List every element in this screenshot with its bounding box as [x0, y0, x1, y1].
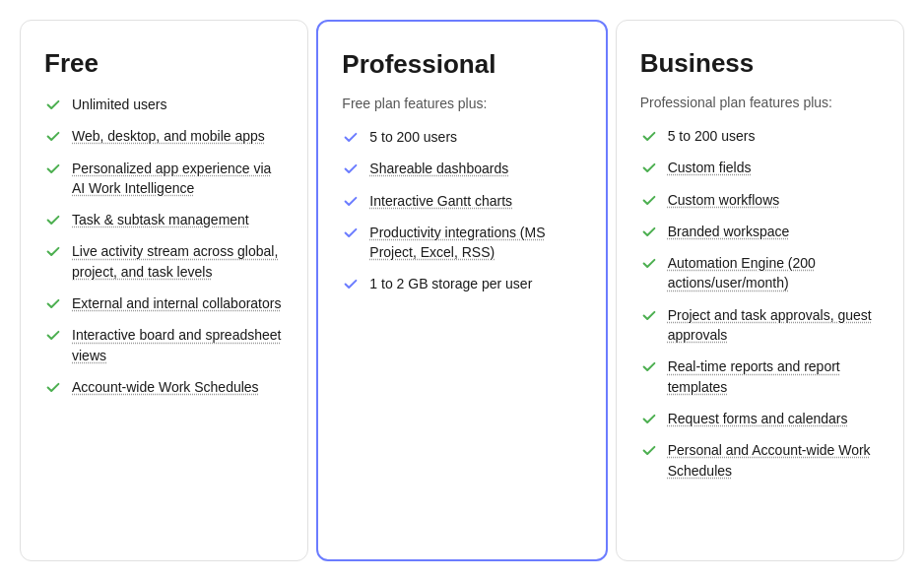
plan-title-business: Business — [640, 48, 880, 79]
feature-text: Personal and Account-wide Work Schedules — [668, 440, 880, 481]
list-item: Automation Engine (200 actions/user/mont… — [640, 253, 880, 293]
list-item: 1 to 2 GB storage per user — [342, 274, 581, 293]
plan-card-business: BusinessProfessional plan features plus:… — [616, 20, 904, 561]
feature-text: Interactive board and spreadsheet views — [72, 325, 284, 365]
feature-text: Account-wide Work Schedules — [72, 377, 259, 397]
list-item: Account-wide Work Schedules — [44, 377, 284, 397]
list-item: Web, desktop, and mobile apps — [44, 126, 284, 146]
list-item: 5 to 200 users — [342, 127, 581, 147]
list-item: Unlimited users — [44, 95, 284, 114]
feature-text: Custom workflows — [668, 190, 780, 210]
plan-card-free: Free Unlimited users Web, desktop, and m… — [20, 20, 308, 561]
check-icon — [640, 223, 658, 240]
feature-list-business: 5 to 200 users Custom fields Custom work… — [640, 126, 880, 481]
feature-text: Real-time reports and report templates — [668, 356, 880, 397]
list-item: Interactive board and spreadsheet views — [44, 325, 284, 365]
check-icon — [44, 242, 62, 260]
feature-text: Request forms and calendars — [668, 409, 848, 428]
list-item: Real-time reports and report templates — [640, 356, 880, 397]
check-icon — [44, 160, 62, 177]
feature-text: Shareable dashboards — [369, 159, 508, 178]
list-item: Project and task approvals, guest approv… — [640, 305, 880, 346]
list-item: Productivity integrations (MS Project, E… — [342, 223, 581, 263]
list-item: External and internal collaborators — [44, 293, 284, 313]
plan-subtitle-professional: Free plan features plus: — [342, 96, 581, 111]
feature-text: Personalized app experience via AI Work … — [72, 159, 284, 199]
check-icon — [640, 254, 658, 272]
plan-title-professional: Professional — [342, 49, 581, 80]
check-icon — [342, 275, 360, 292]
feature-text: Custom fields — [668, 158, 752, 177]
plan-title-free: Free — [44, 48, 284, 79]
list-item: Branded workspace — [640, 222, 880, 241]
feature-text: Live activity stream across global, proj… — [72, 241, 284, 282]
list-item: Personal and Account-wide Work Schedules — [640, 440, 880, 481]
check-icon — [342, 192, 360, 210]
feature-text: Web, desktop, and mobile apps — [72, 126, 265, 146]
list-item: 5 to 200 users — [640, 126, 880, 146]
list-item: Request forms and calendars — [640, 409, 880, 428]
check-icon — [342, 224, 360, 241]
feature-text: Productivity integrations (MS Project, E… — [369, 223, 581, 263]
list-item: Custom fields — [640, 158, 880, 177]
check-icon — [44, 127, 62, 145]
feature-text: External and internal collaborators — [72, 293, 281, 313]
check-icon — [640, 410, 658, 427]
check-icon — [44, 96, 62, 113]
plan-card-professional: ProfessionalFree plan features plus: 5 t… — [316, 20, 607, 561]
list-item: Shareable dashboards — [342, 159, 581, 178]
check-icon — [44, 326, 62, 344]
check-icon — [640, 159, 658, 176]
list-item: Interactive Gantt charts — [342, 191, 581, 211]
check-icon — [44, 294, 62, 312]
feature-text: Unlimited users — [72, 95, 166, 114]
check-icon — [44, 211, 62, 228]
check-icon — [640, 306, 658, 324]
list-item: Personalized app experience via AI Work … — [44, 159, 284, 199]
list-item: Live activity stream across global, proj… — [44, 241, 284, 282]
feature-text: Project and task approvals, guest approv… — [668, 305, 880, 346]
feature-text: 5 to 200 users — [369, 127, 457, 147]
feature-text: Branded workspace — [668, 222, 790, 241]
pricing-container: Free Unlimited users Web, desktop, and m… — [0, 0, 924, 581]
feature-list-free: Unlimited users Web, desktop, and mobile… — [44, 95, 284, 397]
check-icon — [342, 160, 360, 177]
feature-text: Task & subtask management — [72, 210, 249, 229]
feature-list-professional: 5 to 200 users Shareable dashboards Inte… — [342, 127, 581, 294]
feature-text: Interactive Gantt charts — [369, 191, 512, 211]
check-icon — [640, 441, 658, 459]
feature-text: Automation Engine (200 actions/user/mont… — [668, 253, 880, 293]
feature-text: 5 to 200 users — [668, 126, 756, 146]
plan-subtitle-business: Professional plan features plus: — [640, 95, 880, 110]
feature-text: 1 to 2 GB storage per user — [369, 274, 532, 293]
check-icon — [640, 357, 658, 375]
check-icon — [640, 127, 658, 145]
check-icon — [640, 191, 658, 209]
list-item: Custom workflows — [640, 190, 880, 210]
list-item: Task & subtask management — [44, 210, 284, 229]
check-icon — [44, 378, 62, 396]
check-icon — [342, 128, 360, 146]
